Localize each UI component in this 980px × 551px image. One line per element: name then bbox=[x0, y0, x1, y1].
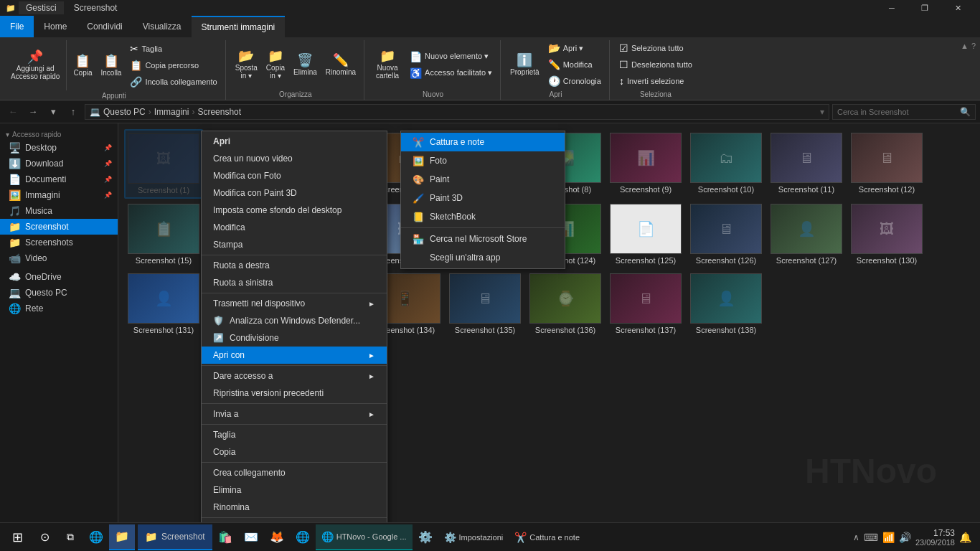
taskview-button[interactable]: ⧉ bbox=[57, 524, 83, 550]
ctx-taglia[interactable]: Taglia bbox=[202, 426, 387, 443]
submenu-paint[interactable]: 🎨 Paint bbox=[401, 170, 565, 189]
tray-expand-icon[interactable]: ∧ bbox=[853, 532, 859, 542]
submenu-microsoft-store[interactable]: 🏪 Cerca nel Microsoft Store bbox=[401, 230, 565, 248]
thumbnail-11[interactable]: 🖥 Screenshot (11) bbox=[767, 129, 846, 199]
start-button[interactable]: ⊞ bbox=[3, 523, 32, 552]
breadcrumb-immagini[interactable]: Immagini bbox=[154, 107, 189, 117]
ctx-modifica-paint3d[interactable]: Modifica con Paint 3D bbox=[202, 184, 387, 202]
sidebar-item-immagini[interactable]: 🖼️ Immagini 📌 bbox=[0, 187, 118, 203]
thumbnail-135[interactable]: 🖥 Screenshot (135) bbox=[446, 270, 524, 338]
store-taskbar[interactable]: 🛍️ bbox=[212, 524, 238, 550]
thumbnail-10[interactable]: 🗂 Screenshot (10) bbox=[687, 129, 765, 199]
breadcrumb-screenshot[interactable]: Screenshot bbox=[197, 107, 241, 117]
thumbnail-1[interactable]: 🖼 Screenshot (1) bbox=[124, 129, 203, 199]
ctx-ruota-sinistra[interactable]: Ruota a sinistra bbox=[202, 274, 387, 291]
ctx-crea-video[interactable]: Crea un nuovo video bbox=[202, 150, 387, 167]
copia-percorso-button[interactable]: 📋Copia percorso bbox=[126, 57, 220, 73]
search-button[interactable]: ⊙ bbox=[32, 524, 57, 550]
ribbon-collapse-button[interactable]: ▲ bbox=[961, 42, 969, 50]
sidebar-item-musica[interactable]: 🎵 Musica bbox=[0, 203, 118, 219]
chrome-taskbar[interactable]: 🌐 bbox=[290, 524, 316, 550]
ctx-condivisione[interactable]: ↗️ Condivisione bbox=[202, 329, 387, 347]
recent-locations-button[interactable]: ▾ bbox=[44, 103, 62, 121]
ctx-sfondo[interactable]: Imposta come sfondo del desktop bbox=[202, 202, 387, 219]
app-tab-screenshot[interactable]: Screenshot bbox=[67, 1, 125, 14]
sidebar-section-accesso-rapido[interactable]: Accesso rapido bbox=[0, 126, 118, 140]
ctx-apri-con[interactable]: Apri con ► bbox=[202, 347, 387, 364]
thumbnail-9[interactable]: 📊 Screenshot (9) bbox=[606, 129, 685, 199]
firefox-taskbar[interactable]: 🦊 bbox=[264, 524, 290, 550]
copia-in-button[interactable]: 📁 Copiain ▾ bbox=[263, 47, 288, 82]
thumbnail-125[interactable]: 📄 Screenshot (125) bbox=[606, 200, 685, 268]
submenu-altra-app[interactable]: · Scegli un'altra app bbox=[401, 248, 565, 267]
ctx-rinomina[interactable]: Rinomina bbox=[202, 499, 387, 516]
maximize-button[interactable]: ❐ bbox=[908, 0, 941, 16]
cronologia-button[interactable]: 🕐Cronologia bbox=[545, 73, 605, 89]
app-tab-gestisci[interactable]: Gestisci bbox=[19, 1, 64, 14]
tray-notifications-icon[interactable]: 🔔 bbox=[959, 532, 971, 543]
ctx-stampa[interactable]: Stampa bbox=[202, 236, 387, 253]
tray-network-icon[interactable]: 📶 bbox=[882, 532, 895, 543]
deseleziona-tutto-button[interactable]: ☐Deseleziona tutto bbox=[616, 57, 696, 72]
accesso-facilitato-button[interactable]: ♿Accesso facilitato ▾ bbox=[406, 65, 496, 81]
thumbnail-15[interactable]: 📋 Screenshot (15) bbox=[124, 200, 203, 268]
ctx-modifica[interactable]: Modifica bbox=[202, 219, 387, 236]
submenu-sketchbook[interactable]: 📒 SketchBook bbox=[401, 207, 565, 226]
copia-button[interactable]: 📋 Copia bbox=[70, 52, 95, 79]
submenu-paint3d[interactable]: 🖌️ Paint 3D bbox=[401, 189, 565, 207]
thumbnail-127[interactable]: 👤 Screenshot (127) bbox=[767, 200, 846, 268]
ctx-modifica-foto[interactable]: Modifica con Foto bbox=[202, 167, 387, 184]
ctx-windows-defender[interactable]: 🛡️ Analizza con Windows Defender... bbox=[202, 312, 387, 329]
ctx-ripristina[interactable]: Ripristina versioni precedenti bbox=[202, 385, 387, 402]
thumbnail-126[interactable]: 🖥 Screenshot (126) bbox=[687, 200, 765, 268]
ribbon-help-button[interactable]: ? bbox=[971, 42, 976, 50]
forward-button[interactable]: → bbox=[24, 103, 42, 121]
minimize-button[interactable]: ─ bbox=[875, 0, 908, 16]
thumbnail-137[interactable]: 🖥 Screenshot (137) bbox=[606, 270, 685, 338]
proprieta-button[interactable]: ℹ️ Proprietà bbox=[507, 52, 543, 78]
tab-file[interactable]: File bbox=[0, 16, 34, 37]
thumbnail-138[interactable]: 👤 Screenshot (138) bbox=[687, 270, 765, 338]
inverti-selezione-button[interactable]: ↕Inverti selezione bbox=[616, 73, 696, 89]
sposta-in-button[interactable]: 📂 Spostain ▾ bbox=[232, 47, 261, 82]
breadcrumb-dropdown[interactable]: ▾ bbox=[820, 107, 824, 117]
settings-taskbar[interactable]: ⚙️ bbox=[413, 524, 438, 550]
tab-strumenti-immagini[interactable]: Strumenti immagini bbox=[192, 16, 286, 37]
htnovo-taskbar[interactable]: 🌐 HTNovo - Google ... bbox=[316, 524, 413, 550]
ctx-ruota-destra[interactable]: Ruota a destra bbox=[202, 257, 387, 274]
sidebar-item-onedrive[interactable]: ☁️ OneDrive bbox=[0, 269, 118, 285]
ctx-crea-collegamento[interactable]: Crea collegamento bbox=[202, 464, 387, 481]
ctx-invia[interactable]: Invia a ► bbox=[202, 405, 387, 423]
taglia-button[interactable]: ✂Taglia bbox=[126, 41, 220, 57]
edge-taskbar[interactable]: 🌐 bbox=[83, 524, 109, 550]
search-input[interactable] bbox=[837, 108, 957, 116]
impostazioni-taskbar[interactable]: ⚙️ Impostazioni bbox=[438, 524, 509, 550]
ctx-copia[interactable]: Copia bbox=[202, 443, 387, 461]
ctx-apri[interactable]: Apri bbox=[202, 133, 387, 150]
thumbnail-130[interactable]: 🖼 Screenshot (130) bbox=[847, 200, 926, 268]
tray-volume-icon[interactable]: 🔊 bbox=[899, 532, 911, 543]
incolla-collegamento-button[interactable]: 🔗Incolla collegamento bbox=[126, 74, 220, 90]
apri-button[interactable]: 📂Apri ▾ bbox=[545, 40, 605, 56]
submenu-cattura-note[interactable]: ✂️ Cattura e note bbox=[401, 133, 565, 151]
sidebar-item-documenti[interactable]: 📄 Documenti 📌 bbox=[0, 171, 118, 187]
sidebar-item-video[interactable]: 📹 Video bbox=[0, 250, 118, 266]
thumbnail-131[interactable]: 👤 Screenshot (131) bbox=[124, 270, 203, 338]
sidebar-item-desktop[interactable]: 🖥️ Desktop 📌 bbox=[0, 140, 118, 156]
nuovo-elemento-button[interactable]: 📄Nuovo elemento ▾ bbox=[406, 49, 496, 65]
nuova-cartella-button[interactable]: 📁 Nuovacartella bbox=[370, 47, 405, 82]
sidebar-item-rete[interactable]: 🌐 Rete bbox=[0, 301, 118, 316]
tab-condividi[interactable]: Condividi bbox=[77, 16, 132, 37]
incolla-button[interactable]: 📋 Incolla bbox=[98, 52, 126, 79]
tray-keyboard-icon[interactable]: ⌨ bbox=[864, 532, 878, 543]
breadcrumb-pc[interactable]: Questo PC bbox=[103, 107, 146, 117]
clock-area[interactable]: 17:53 23/09/2018 bbox=[915, 528, 955, 547]
thumbnail-12[interactable]: 🖥 Screenshot (12) bbox=[847, 129, 926, 199]
up-button[interactable]: ↑ bbox=[65, 103, 82, 121]
snip-taskbar[interactable]: ✂️ Cattura e note bbox=[509, 524, 585, 550]
rinomina-button[interactable]: ✏️ Rinomina bbox=[322, 52, 359, 78]
elimina-button[interactable]: 🗑️ Elimina bbox=[290, 52, 321, 78]
screenshot-taskbar-btn[interactable]: 📁 Screenshot bbox=[138, 524, 212, 550]
sidebar-item-screenshot[interactable]: 📁 Screenshot bbox=[0, 219, 118, 235]
aggiungi-accesso-rapido-button[interactable]: 📌 Aggiungi adAccesso rapido bbox=[7, 48, 63, 83]
